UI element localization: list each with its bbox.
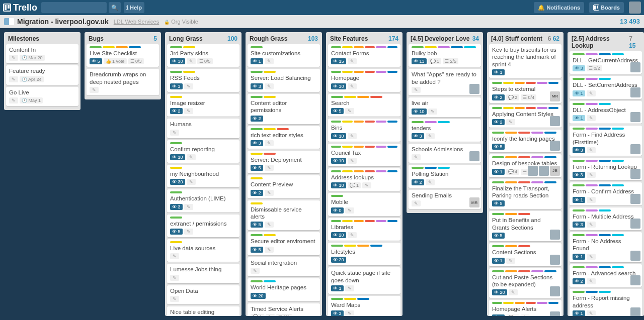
member-avatar[interactable]: JE [550, 166, 560, 176]
card[interactable]: 3rd Party skins👁 30✎☰ 0/5 [167, 44, 239, 67]
card[interactable]: Homepage👁 30✎ [328, 69, 400, 91]
card[interactable]: Social intergration✎ [248, 257, 320, 276]
card[interactable]: Polling Station👁 2✎ [409, 165, 481, 187]
card[interactable]: Address lookups👁 10💬 1✎ [328, 168, 400, 191]
card[interactable]: Timed Service Alerts💬 1✎☰ 0/1 [248, 303, 320, 316]
member-avatar[interactable] [630, 112, 640, 122]
card[interactable]: Applying Content Styles👁 2✎ [489, 105, 561, 128]
card[interactable]: Design of bespoke tables👁 1💬 4☰ 0/2JE [489, 154, 561, 177]
card[interactable]: Ward Maps👁 3✎ [328, 296, 400, 316]
card[interactable]: Site customizations👁 1✎ [248, 44, 320, 67]
card[interactable]: Image resizer👁 2✎ [167, 94, 239, 117]
card[interactable]: Lumesse Jobs thing✎ [167, 264, 239, 283]
card[interactable]: Iconfy the landing pages👁 5 [489, 130, 561, 152]
member-avatar[interactable] [550, 311, 560, 316]
card[interactable]: Humans✎ [167, 119, 239, 138]
card[interactable]: Secure editor enviroment👁 5✎ [248, 232, 320, 255]
card[interactable]: Confirm reporting👁 10✎ [167, 140, 239, 163]
member-avatar[interactable] [550, 286, 560, 296]
member-avatar[interactable] [630, 169, 640, 179]
card[interactable]: Cut and Paste Sections (to be expanded)👁… [489, 268, 561, 298]
card[interactable]: Schools Admissions✎ [409, 144, 481, 163]
member-avatar[interactable] [528, 166, 538, 176]
list-header[interactable]: [2.5] Address Lookup 7 15 [568, 32, 644, 51]
card[interactable]: Put in Benefits and Grants Sections👁 5 [489, 211, 561, 241]
card[interactable]: Go Live✎🕐 May 1 [6, 87, 78, 106]
card[interactable]: Libraries👁 20✎ [328, 218, 400, 241]
trello-logo[interactable]: Trello [3, 3, 37, 13]
card[interactable]: my Neighbourhood👁 30✎ [167, 165, 239, 187]
card[interactable]: extranet / permissions👁 5✎ [167, 215, 239, 237]
search-input[interactable] [41, 2, 107, 13]
card[interactable]: Bins👁 10✎ [328, 119, 400, 141]
boards-button[interactable]: Boards [589, 2, 624, 13]
card[interactable]: Form - Report missing address👁 1✎ [570, 289, 642, 316]
member-avatar[interactable] [630, 62, 640, 72]
card[interactable]: Steps to external👁 2💬 2☰ 0/4MR [489, 80, 561, 102]
card[interactable]: World Heritage pages👁 20 [248, 278, 320, 301]
board-title[interactable]: Migration - liverpool.gov.uk [17, 18, 109, 26]
notifications-button[interactable]: Notifications [534, 2, 584, 13]
member-avatar[interactable] [630, 87, 640, 97]
card[interactable]: Live Site Checklist👁 5👍 1 vote☰ 0/3 [87, 44, 159, 67]
card[interactable]: Nice table editing✎ [167, 306, 239, 316]
card[interactable]: What "Apps" are ready to be added ?✎ [409, 69, 481, 95]
board-canvas[interactable]: Milestones Content In✎🕐 Mar 20Feature re… [0, 28, 644, 320]
card[interactable]: Kev to buy biscuits for us reaching the … [489, 44, 561, 78]
card[interactable]: Form - Advanced search👁 2✎ [570, 264, 642, 287]
card[interactable]: Mobile👁 0✎ [328, 193, 400, 216]
list-header[interactable]: [4.5] Developer Love 34 [407, 32, 483, 44]
card[interactable]: Content Sections👁 1✎ [489, 243, 561, 266]
card[interactable]: rich text editor styles👁 3✎ [248, 126, 320, 149]
card[interactable]: Search👁 5✎ [328, 94, 400, 117]
list-header[interactable]: Bugs 5 [85, 32, 161, 44]
member-avatar[interactable]: MR [469, 197, 479, 207]
card[interactable]: Server: Load Balancing👁 3✎ [248, 69, 320, 91]
org-link[interactable]: LDL Web Services [114, 19, 159, 25]
card[interactable]: Form - No Address Found👁 1✎ [570, 232, 642, 262]
card[interactable]: Form - Multiple Address👁 3✎ [570, 207, 642, 230]
member-avatar[interactable] [630, 194, 640, 204]
card[interactable]: RSS Feeds👁 3✎ [167, 69, 239, 91]
user-avatar[interactable] [629, 2, 641, 14]
help-button[interactable]: Help [124, 2, 144, 13]
card[interactable]: Form - Returning Lookup👁 3✎ [570, 158, 642, 180]
card[interactable]: Finalize the Transport, Parking roads Se… [489, 179, 561, 209]
card[interactable]: Dismissable service alerts👁 5✎ [248, 200, 320, 231]
card[interactable]: Content In✎🕐 Mar 20 [6, 44, 78, 63]
member-avatar[interactable]: MR [550, 91, 560, 101]
list-header[interactable]: Rough Grass 103 [246, 32, 322, 44]
member-avatar[interactable] [550, 255, 560, 265]
list-header[interactable]: Site Features 174 [326, 32, 403, 44]
card[interactable]: Breadcrumb wraps on deep nested pages✎ [87, 69, 159, 95]
card[interactable]: Bulky bob👁 13💬 1☰ 2/5 [409, 44, 481, 67]
search-button[interactable] [109, 2, 121, 13]
member-avatar[interactable] [630, 275, 640, 285]
card[interactable]: Quick static page if site goes down👁 1✎ [328, 267, 400, 294]
member-avatar[interactable] [630, 251, 640, 261]
member-avatar[interactable] [630, 219, 640, 229]
member-avatar[interactable] [469, 84, 479, 94]
card[interactable]: Form - Confirm Address👁 1✎ [570, 182, 642, 205]
member-avatar[interactable] [550, 230, 560, 240]
card[interactable]: Contact Forms👁 15✎ [328, 44, 400, 67]
card[interactable]: tenders👁 3✎ [409, 119, 481, 142]
list-header[interactable]: Long Grass 100 [165, 32, 242, 44]
member-avatar[interactable] [630, 307, 640, 316]
card[interactable]: Council Tax👁 10✎ [328, 144, 400, 166]
card[interactable]: DLL - AddressObject👁 1✎ [570, 101, 642, 124]
visibility-label[interactable]: Org Visible [164, 19, 198, 25]
member-avatar[interactable] [630, 144, 640, 154]
card[interactable]: Content Preview👁 2✎ [248, 175, 320, 198]
member-avatar[interactable] [550, 116, 560, 126]
member-avatar[interactable] [550, 141, 560, 151]
card[interactable]: Content editor permissions👁 2 [248, 94, 320, 124]
list-header[interactable]: Milestones [4, 32, 80, 44]
card[interactable]: live air👁 10✎ [409, 97, 481, 117]
card[interactable]: Homepage Alerts👁 1💬 1✎ [489, 300, 561, 316]
card[interactable]: DLL - SetCurrentAddress👁 1✎ [570, 76, 642, 98]
card[interactable]: Server: Deployment👁 5✎ [248, 151, 320, 173]
card[interactable]: Open Data✎ [167, 285, 239, 304]
member-avatar[interactable] [469, 151, 479, 161]
card[interactable]: Feature ready✎🕐 Apr 24 [6, 65, 78, 84]
